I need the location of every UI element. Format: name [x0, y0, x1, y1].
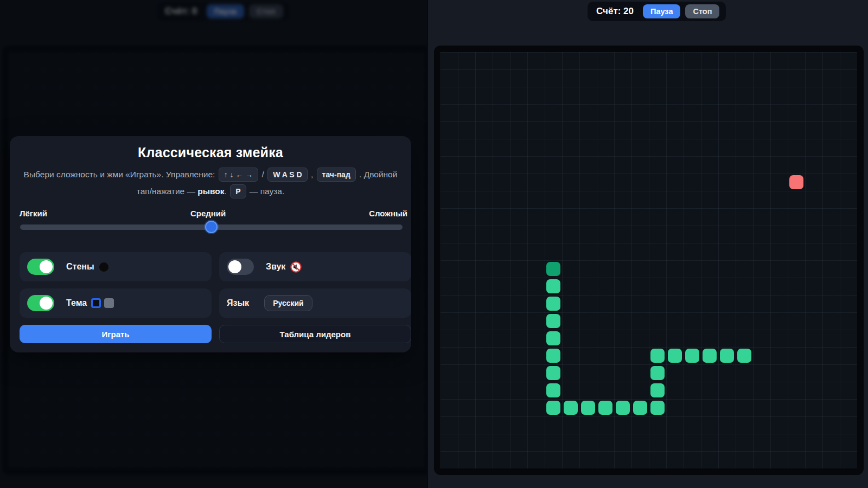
play-button[interactable]: Играть: [20, 325, 212, 343]
difficulty-slider[interactable]: [20, 224, 403, 230]
menu-panel: Счёт: 0 Пауза Стоп Классическая змейка В…: [0, 0, 427, 488]
snake-body-segment: [546, 383, 560, 397]
dot: .: [225, 187, 227, 196]
difficulty-hard-label: Сложный: [369, 209, 407, 218]
game-board[interactable]: [434, 46, 864, 475]
hud-bar: Счёт: 20 Пауза Стоп: [588, 2, 726, 21]
instructions-text: Выбери сложность и жми «Играть». Управле…: [21, 166, 400, 200]
snake-body-segment: [598, 401, 612, 415]
snake-body-segment: [546, 279, 560, 293]
snake-body-segment: [546, 401, 560, 415]
modal-title: Классическая змейка: [10, 145, 411, 160]
muted-speaker-icon: [290, 261, 302, 273]
instructions-part3: — пауза.: [250, 187, 284, 196]
score-label: Счёт: 20: [596, 6, 634, 17]
theme-setting-row: Тема: [20, 288, 212, 318]
snake-body-segment: [564, 401, 578, 415]
touchpad-kbd: тач-пад: [317, 168, 356, 182]
theme-toggle[interactable]: [27, 295, 54, 311]
snake-body-segment: [737, 349, 751, 363]
theme-label: Тема: [66, 298, 87, 308]
game-panel: Счёт: 20 Пауза Стоп: [428, 0, 868, 488]
walls-label: Стены: [66, 262, 94, 272]
instructions-part1: Выбери сложность и жми «Играть». Управле…: [24, 170, 215, 179]
snake-body-segment: [685, 349, 699, 363]
snake-body-segment: [546, 366, 560, 380]
light-theme-swatch[interactable]: [104, 298, 114, 308]
p-key-kbd: P: [230, 184, 246, 198]
snake-body-segment: [720, 349, 734, 363]
dark-theme-swatch[interactable]: [91, 298, 101, 308]
snake-body-segment: [546, 297, 560, 311]
pause-button[interactable]: Пауза: [643, 4, 680, 18]
settings-modal: Классическая змейка Выбери сложность и ж…: [10, 136, 411, 352]
snake-body-segment: [546, 331, 560, 345]
food-cell: [789, 175, 803, 189]
snake-body-segment: [650, 383, 665, 397]
snake-head: [546, 262, 560, 276]
toggle-knob: [40, 297, 53, 310]
black-circle-icon: [99, 262, 108, 272]
snake-body-segment: [581, 401, 595, 415]
snake-body-segment: [616, 401, 630, 415]
difficulty-slider-thumb[interactable]: [205, 221, 218, 233]
language-setting-row: Язык Русский: [219, 288, 411, 318]
difficulty-medium-label: Средний: [190, 209, 226, 218]
difficulty-easy-label: Лёгкий: [20, 209, 47, 218]
stop-button[interactable]: Стоп: [685, 4, 719, 18]
snake-body-segment: [703, 349, 717, 363]
sound-label: Звук: [266, 262, 285, 272]
difficulty-labels: Лёгкий Средний Сложный: [20, 209, 407, 218]
snake-body-segment: [650, 366, 665, 380]
snake-body-segment: [546, 349, 560, 363]
leaderboard-button[interactable]: Таблица лидеров: [219, 325, 411, 343]
sound-toggle[interactable]: [227, 259, 254, 275]
walls-setting-row: Стены: [20, 252, 212, 281]
toggle-knob: [40, 260, 53, 273]
language-label: Язык: [227, 298, 249, 308]
snake-game-app: Счёт: 0 Пауза Стоп Классическая змейка В…: [0, 0, 868, 488]
toggle-knob: [228, 260, 241, 273]
snake-body-segment: [650, 349, 665, 363]
snake-body-segment: [650, 401, 665, 415]
snake-body-segment: [546, 314, 560, 328]
arrow-keys-kbd: ↑ ↓ ← →: [219, 168, 259, 182]
snake-body-segment: [633, 401, 647, 415]
language-button[interactable]: Русский: [264, 295, 312, 311]
slash-separator: /: [262, 170, 264, 179]
walls-toggle[interactable]: [27, 259, 54, 275]
sound-setting-row: Звук: [219, 252, 411, 281]
comma-separator: ,: [311, 170, 313, 179]
snake-body-segment: [668, 349, 682, 363]
dash-word: рывок: [197, 187, 224, 196]
wasd-keys-kbd: W A S D: [267, 168, 307, 182]
